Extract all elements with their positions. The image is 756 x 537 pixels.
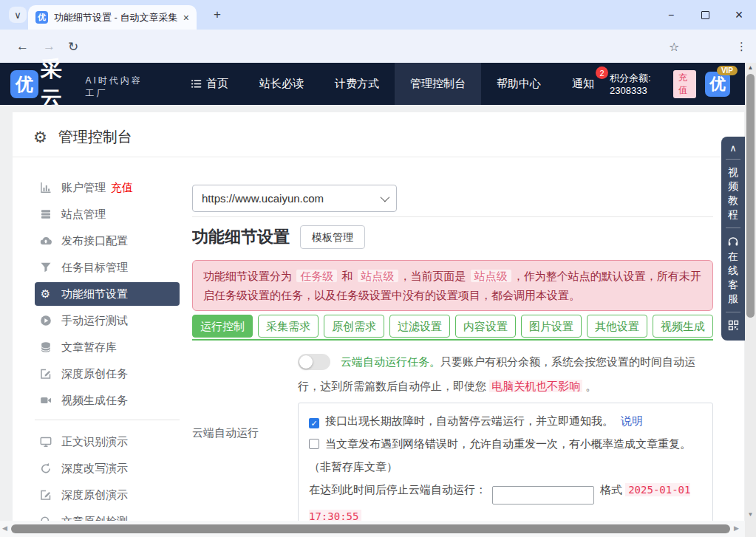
sidebar-item-publish-api[interactable]: 发布接口配置: [35, 229, 180, 253]
video-tutorial-button[interactable]: 视频教程: [727, 165, 739, 222]
nav-menu: 首页 站长必读 计费方式 管理控制台 帮助中心 通知 2: [175, 63, 610, 105]
sidebar-item-deep-rewrite-demo[interactable]: 深度改写演示: [35, 456, 180, 480]
tab-title: 功能细节设置 - 自动文章采集器: [54, 11, 177, 24]
tab-image-settings[interactable]: 图片设置: [521, 315, 582, 338]
browser-tab[interactable]: 优 功能细节设置 - 自动文章采集器 ×: [28, 5, 197, 30]
sidebar-recharge-link[interactable]: 充值: [111, 181, 133, 195]
tab-search-button[interactable]: ∨: [9, 7, 27, 23]
scroll-down-icon[interactable]: ▼: [745, 511, 756, 518]
sidebar-item-deep-original-task[interactable]: 深度原创任务: [35, 362, 180, 386]
reload-button[interactable]: ↻: [68, 38, 78, 54]
browser-menu-icon[interactable]: ⋮: [736, 40, 747, 53]
option-text: 当文章发布遇到网络错误时，允许自动重发一次，有小概率造成文章重复。（非暂存库文章…: [309, 437, 691, 473]
sidebar-item-label: 深度原创任务: [61, 367, 128, 381]
scroll-right-icon[interactable]: ▶: [734, 524, 739, 532]
browser-toolbar: ← → ↻ ucaiyun.com/caiji/settings/ ☆ 井 ⋮: [0, 30, 756, 63]
tab-run-control[interactable]: 运行控制: [192, 315, 253, 338]
option-retry-on-network-error: 当文章发布遇到网络错误时，允许自动重发一次，有小概率造成文章重复。（非暂存库文章…: [309, 432, 702, 478]
page-background: ⚙ 管理控制台 账户管理 充值 站点管理 发布接口配置 任务目标管理: [0, 105, 745, 521]
minimize-icon: −: [668, 9, 674, 21]
scroll-left-icon[interactable]: ◀: [2, 524, 7, 532]
sidebar-item-sites[interactable]: 站点管理: [35, 202, 180, 226]
close-button[interactable]: ×: [722, 0, 756, 30]
window-controls: − ×: [654, 0, 756, 30]
tab-other-settings[interactable]: 其他设置: [587, 315, 647, 338]
vertical-scrollbar[interactable]: ▲ ▼: [745, 63, 756, 521]
intro-tail-text: 。: [582, 380, 596, 392]
tab-collect-demand[interactable]: 采集需求: [258, 315, 319, 338]
sidebar-item-manual-run-test[interactable]: 手动运行测试: [35, 309, 180, 332]
page-title: 管理控制台: [58, 127, 132, 147]
cloud-run-toggle[interactable]: [298, 354, 330, 370]
nav-item-help-center[interactable]: 帮助中心: [481, 63, 556, 105]
gear-icon: ⚙: [33, 129, 47, 146]
vertical-scrollbar-thumb[interactable]: [746, 74, 755, 318]
nav-item-home[interactable]: 首页: [175, 63, 244, 105]
sidebar-item-video-generate-task[interactable]: 视频生成任务: [35, 389, 180, 412]
restore-button[interactable]: [688, 0, 722, 30]
widget-divider: [726, 312, 740, 312]
sidebar: 账户管理 充值 站点管理 发布接口配置 任务目标管理 ⚙ 功能细节设置 手动: [35, 176, 180, 521]
notice-text: 功能细节设置分为: [203, 270, 295, 282]
stop-time-setting: 在达到此时间后停止云端自动运行：格式 2025-01-01 17:30:55: [309, 478, 702, 521]
stop-time-input[interactable]: [492, 486, 594, 504]
sidebar-divider: [35, 420, 180, 420]
widget-divider: [726, 228, 740, 228]
tab-close-icon[interactable]: ×: [183, 12, 189, 24]
sidebar-item-article-store[interactable]: 文章暂存库: [35, 335, 180, 359]
explain-link[interactable]: 说明: [621, 414, 643, 427]
minimize-button[interactable]: −: [654, 0, 688, 30]
qr-code-icon[interactable]: [728, 320, 739, 331]
sidebar-item-content-recognition-demo[interactable]: 正文识别演示: [35, 430, 180, 454]
notice-text: ，当前页面是: [400, 270, 469, 282]
checkbox-unchecked[interactable]: [309, 439, 319, 449]
back-button[interactable]: ←: [16, 39, 29, 54]
bookmark-star-icon[interactable]: ☆: [669, 39, 679, 53]
recharge-button[interactable]: 充值: [673, 70, 696, 98]
bar-chart-icon: [39, 182, 52, 194]
monitor-icon: [39, 436, 52, 448]
nav-item-notifications[interactable]: 通知 2: [556, 63, 610, 105]
checkbox-checked[interactable]: ✓: [309, 418, 319, 428]
console-card: ⚙ 管理控制台 账户管理 充值 站点管理 发布接口配置 任务目标管理: [13, 112, 744, 521]
nav-item-must-read[interactable]: 站长必读: [244, 63, 319, 105]
section-header: 功能细节设置 模板管理: [192, 225, 713, 249]
horizontal-scrollbar[interactable]: ◀ ▶: [0, 521, 745, 537]
sidebar-item-deep-original-demo[interactable]: 深度原创演示: [35, 483, 180, 507]
chevron-up-icon[interactable]: ∧: [729, 144, 737, 153]
tab-original-demand[interactable]: 原创需求: [324, 315, 384, 338]
nav-item-label: 管理控制台: [410, 77, 466, 91]
sidebar-item-label: 任务目标管理: [61, 261, 128, 275]
forward-button[interactable]: →: [43, 39, 55, 54]
site-logo[interactable]: 优: [10, 70, 38, 98]
sidebar-item-feature-settings[interactable]: ⚙ 功能细节设置: [35, 282, 180, 306]
nav-item-pricing[interactable]: 计费方式: [319, 63, 395, 105]
new-tab-button[interactable]: +: [209, 7, 225, 23]
online-service-button[interactable]: 在线客服: [727, 250, 739, 306]
horizontal-scrollbar-thumb[interactable]: [11, 524, 730, 533]
format-label: 格式: [600, 483, 625, 496]
nav-item-label: 站长必读: [259, 77, 304, 91]
database-icon: [39, 341, 52, 354]
notice-chip-site-level: 站点级: [471, 270, 511, 282]
user-avatar-wrap[interactable]: 优 VIP: [705, 72, 730, 97]
intro-lead-text: 云端自动运行任务。: [341, 355, 440, 368]
header-divider: [13, 157, 744, 157]
tab-filter-settings[interactable]: 过滤设置: [389, 315, 450, 338]
template-manage-button[interactable]: 模板管理: [300, 225, 365, 249]
site-select-value: https://www.ucaiyun.com: [202, 192, 381, 205]
server-icon: [39, 208, 52, 221]
browser-tab-bar: ∨ 优 功能细节设置 - 自动文章采集器 × + − ×: [0, 0, 756, 30]
site-select[interactable]: https://www.ucaiyun.com: [192, 185, 397, 212]
sidebar-item-task-target[interactable]: 任务目标管理: [35, 256, 180, 279]
sidebar-item-originality-check[interactable]: 文章原创检测: [35, 510, 180, 521]
restore-icon: [701, 11, 709, 19]
refresh-icon: [39, 462, 52, 475]
scroll-up-icon[interactable]: ▲: [745, 64, 756, 71]
nav-item-admin-console[interactable]: 管理控制台: [395, 63, 481, 105]
sidebar-item-account[interactable]: 账户管理 充值: [35, 176, 180, 199]
user-avatar[interactable]: 优: [705, 72, 730, 97]
close-icon: ×: [735, 7, 743, 23]
tab-content-settings[interactable]: 内容设置: [455, 315, 516, 338]
tab-video-generate[interactable]: 视频生成: [653, 315, 713, 338]
